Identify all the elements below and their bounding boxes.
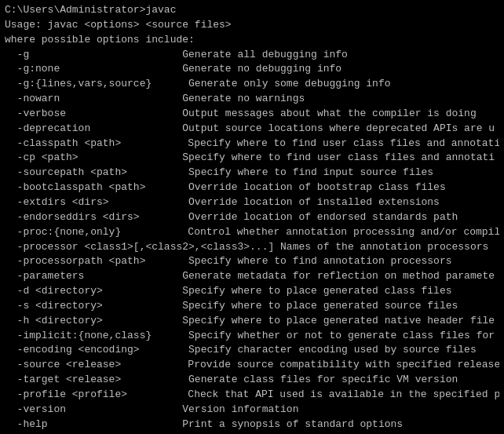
option-flag: -h <directory> [5, 314, 182, 329]
option-row: -help Print a synopsis of standard optio… [5, 418, 499, 432]
option-desc: Generate no warnings [182, 92, 305, 107]
option-flag: -g:none [5, 62, 182, 77]
option-flag: -processorpath <path> [5, 254, 188, 269]
option-row: -profile <profile> Check that API used i… [5, 388, 499, 403]
option-flag: -parameters [5, 269, 182, 284]
option-desc: Specify where to find user class files a… [188, 137, 499, 151]
option-flag: -profile <profile> [5, 388, 188, 403]
option-row: -g Generate all debugging info [5, 48, 499, 63]
option-desc: Version information [182, 403, 298, 418]
option-desc: Specify where to place generated class f… [182, 284, 451, 299]
option-flag: -processor <class1>[,<class2>,<class3>..… [5, 240, 274, 255]
usage-line: Usage: javac <options> <source files> [5, 18, 499, 33]
option-flag: -target <release> [5, 373, 188, 388]
option-row: -processorpath <path> Specify where to f… [5, 254, 499, 269]
option-desc: Override location of bootstrap class fil… [188, 181, 446, 195]
where-line: where possible options include: [5, 33, 499, 48]
option-desc: Specify where to place generated source … [182, 299, 458, 314]
option-desc: Generate no debugging info [182, 62, 341, 77]
option-row: -endorseddirs <dirs> Override location o… [5, 210, 499, 225]
option-desc: Specify whether or not to generate class… [188, 329, 495, 344]
option-row: -h <directory> Specify where to place ge… [5, 314, 499, 329]
option-row: -encoding <encoding> Specify character e… [5, 343, 499, 358]
option-row: -g:none Generate no debugging info [5, 62, 499, 77]
option-desc: Check that API used is available in the … [188, 388, 499, 403]
option-desc: Control whether annotation processing an… [188, 225, 499, 240]
option-flag: -deprecation [5, 122, 182, 137]
option-desc: Specify where to find input source files [188, 166, 433, 181]
option-desc: Output source locations where deprecated… [182, 122, 495, 137]
option-flag: -proc:{none,only} [5, 225, 188, 240]
option-desc: Generate class files for specific VM ver… [188, 373, 458, 388]
option-desc: Generate only some debugging info [188, 77, 390, 92]
option-flag: -version [5, 403, 182, 418]
option-row: -bootclasspath <path> Override location … [5, 181, 499, 195]
terminal-window: C:\Users\Administrator>javac Usage: java… [0, 0, 504, 434]
option-desc: Override location of endorsed standards … [188, 210, 458, 225]
option-flag: -s <directory> [5, 299, 182, 314]
option-desc: Generate all debugging info [182, 48, 348, 63]
option-row: -parameters Generate metadata for reflec… [5, 269, 499, 284]
option-flag: -implicit:{none,class} [5, 329, 188, 344]
option-desc: Print a synopsis of standard options [182, 418, 403, 432]
prompt-line: C:\Users\Administrator>javac [5, 3, 499, 18]
option-flag: -endorseddirs <dirs> [5, 210, 188, 225]
option-row: -g:{lines,vars,source} Generate only som… [5, 77, 499, 92]
option-flag: -sourcepath <path> [5, 166, 188, 181]
option-flag: -help [5, 418, 182, 432]
option-flag: -verbose [5, 107, 182, 122]
option-row: -sourcepath <path> Specify where to find… [5, 166, 499, 181]
option-row: -nowarn Generate no warnings [5, 92, 499, 107]
option-row: -target <release> Generate class files f… [5, 373, 499, 388]
option-row: -source <release> Provide source compati… [5, 358, 499, 373]
option-flag: -cp <path> [5, 151, 182, 166]
option-desc: Generate metadata for reflection on meth… [182, 269, 495, 284]
option-desc: Provide source compatibility with specif… [188, 358, 499, 373]
option-desc: Override location of installed extension… [188, 195, 440, 210]
option-row: -version Version information [5, 403, 499, 418]
option-flag: -classpath <path> [5, 137, 188, 151]
option-flag: -g:{lines,vars,source} [5, 77, 188, 92]
option-desc: Specify character encoding used by sourc… [188, 343, 477, 358]
option-desc: Output messages about what the compiler … [182, 107, 476, 122]
option-row: -classpath <path> Specify where to find … [5, 137, 499, 151]
option-flag: -encoding <encoding> [5, 343, 188, 358]
option-row: -implicit:{none,class} Specify whether o… [5, 329, 499, 344]
option-flag: -bootclasspath <path> [5, 181, 188, 195]
option-row: -verbose Output messages about what the … [5, 107, 499, 122]
option-row: -processor <class1>[,<class2>,<class3>..… [5, 240, 499, 255]
option-flag: -d <directory> [5, 284, 182, 299]
option-desc: Names of the annotation processors [274, 240, 488, 255]
option-flag: -g [5, 48, 182, 63]
option-desc: Specify where to find user class files a… [182, 151, 495, 166]
option-flag: -source <release> [5, 358, 188, 373]
option-row: -cp <path> Specify where to find user cl… [5, 151, 499, 166]
options-list: -g Generate all debugging info -g:none G… [5, 48, 499, 434]
option-row: -proc:{none,only} Control whether annota… [5, 225, 499, 240]
option-flag: -extdirs <dirs> [5, 195, 188, 210]
option-row: -d <directory> Specify where to place ge… [5, 284, 499, 299]
option-desc: Specify where to find annotation process… [188, 254, 451, 269]
option-row: -s <directory> Specify where to place ge… [5, 299, 499, 314]
option-row: -deprecation Output source locations whe… [5, 122, 499, 137]
option-flag: -nowarn [5, 92, 182, 107]
option-desc: Specify where to place generated native … [182, 314, 495, 329]
option-row: -extdirs <dirs> Override location of ins… [5, 195, 499, 210]
